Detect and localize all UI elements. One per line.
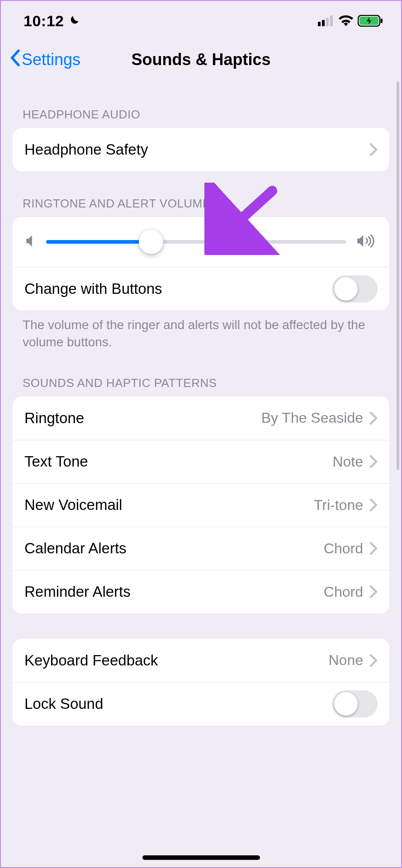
row-label: Lock Sound (24, 695, 103, 712)
row-change-with-buttons[interactable]: Change with Buttons (13, 267, 389, 310)
status-left: 10:12 (24, 12, 80, 30)
section-footer: The volume of the ringer and alerts will… (13, 310, 389, 351)
row-label: Change with Buttons (24, 280, 162, 297)
row-label: Ringtone (24, 410, 84, 427)
section-sound-patterns: SOUNDS AND HAPTIC PATTERNS RingtoneBy Th… (13, 376, 389, 613)
row-sound-pattern[interactable]: Text ToneNote (13, 440, 389, 483)
chevron-right-icon (369, 498, 378, 512)
row-value: By The Seaside (261, 410, 363, 426)
page-title: Sounds & Haptics (131, 50, 270, 69)
chevron-left-icon (9, 49, 21, 71)
row-value: None (329, 652, 364, 669)
row-label: Keyboard Feedback (24, 652, 158, 669)
section-ringtone-volume: RINGTONE AND ALERT VOLUME (13, 197, 389, 351)
status-bar: 10:12 (1, 1, 401, 33)
speaker-max-icon (356, 233, 378, 250)
row-sound-pattern[interactable]: Reminder AlertsChord (13, 570, 389, 613)
do-not-disturb-icon (67, 14, 80, 27)
chevron-right-icon (369, 654, 378, 667)
back-label: Settings (22, 50, 80, 69)
back-button[interactable]: Settings (9, 49, 80, 71)
volume-slider[interactable] (46, 240, 346, 244)
svg-rect-0 (318, 22, 321, 26)
svg-rect-1 (322, 20, 325, 26)
row-value: Note (332, 453, 363, 470)
wifi-icon (339, 15, 353, 26)
cellular-signal-icon (318, 15, 334, 26)
row-label: Text Tone (24, 453, 88, 470)
chevron-right-icon (369, 585, 378, 599)
svg-rect-2 (326, 18, 329, 26)
row-lock-sound[interactable]: Lock Sound (13, 682, 389, 726)
toggle-knob (334, 692, 358, 716)
row-sound-pattern[interactable]: New VoicemailTri-tone (13, 483, 389, 527)
scrollbar[interactable] (397, 81, 399, 470)
row-keyboard-feedback[interactable]: Keyboard Feedback None (13, 639, 389, 682)
slider-thumb[interactable] (139, 230, 163, 254)
toggle-lock-sound[interactable] (332, 690, 378, 717)
section-system-sounds: Keyboard Feedback None Lock Sound (13, 639, 389, 726)
row-value: Tri-tone (314, 497, 363, 514)
row-value: Chord (324, 540, 363, 557)
section-headphone-audio: HEADPHONE AUDIO Headphone Safety (13, 108, 389, 171)
toggle-knob (334, 277, 358, 301)
battery-charging-icon (358, 15, 383, 27)
volume-slider-row (13, 217, 389, 267)
row-headphone-safety[interactable]: Headphone Safety (13, 128, 389, 171)
speaker-min-icon (24, 234, 36, 250)
status-right (318, 15, 383, 27)
section-header: HEADPHONE AUDIO (13, 108, 389, 128)
row-label: Headphone Safety (24, 141, 148, 158)
svg-rect-6 (381, 19, 383, 23)
status-time: 10:12 (24, 12, 64, 30)
svg-rect-3 (330, 15, 333, 26)
row-label: Calendar Alerts (24, 540, 127, 557)
chevron-right-icon (369, 542, 378, 555)
row-value: Chord (324, 584, 363, 600)
row-sound-pattern[interactable]: Calendar AlertsChord (13, 527, 389, 570)
section-header: RINGTONE AND ALERT VOLUME (13, 197, 389, 217)
row-label: New Voicemail (24, 496, 122, 514)
home-indicator[interactable] (142, 855, 260, 860)
section-header: SOUNDS AND HAPTIC PATTERNS (13, 376, 389, 396)
toggle-change-with-buttons[interactable] (332, 275, 378, 302)
chevron-right-icon (369, 411, 378, 425)
chevron-right-icon (369, 143, 378, 156)
row-sound-pattern[interactable]: RingtoneBy The Seaside (13, 396, 389, 440)
row-label: Reminder Alerts (24, 583, 131, 600)
chevron-right-icon (369, 455, 378, 468)
nav-header: Settings Sounds & Haptics (1, 33, 401, 82)
